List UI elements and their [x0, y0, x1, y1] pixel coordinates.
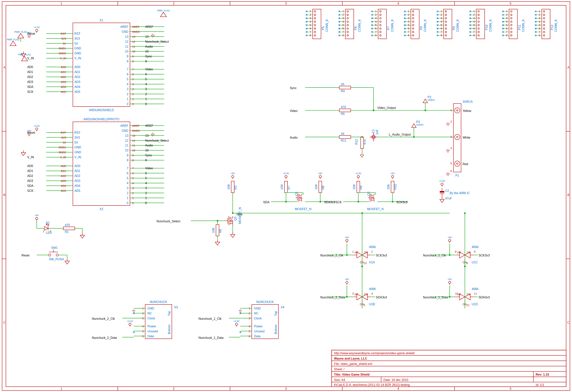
- svg-text:6: 6: [441, 27, 442, 30]
- svg-text:+5V: +5V: [27, 31, 31, 34]
- svg-text:Nunchuck_1_Data: Nunchuck_1_Data: [423, 296, 448, 299]
- svg-text:AREF: AREF: [120, 25, 128, 28]
- tb-size: Size: A4: [334, 378, 345, 381]
- svg-point-399: [347, 28, 348, 29]
- svg-point-604: [511, 21, 512, 22]
- svg-point-599: [511, 17, 512, 19]
- svg-text:9: 9: [474, 250, 476, 253]
- svg-text:5: 5: [506, 23, 508, 27]
- svg-text:5V: 5V: [63, 42, 66, 45]
- svg-text:2: 2: [539, 13, 540, 16]
- svg-point-561: [478, 21, 479, 22]
- svg-text:MOSFET_N: MOSFET_N: [295, 207, 311, 211]
- svg-text:4: 4: [441, 20, 442, 23]
- pwrflag-2: PWR_FLAG: [7, 38, 19, 46]
- svg-text:R8: R8: [321, 186, 325, 190]
- reset-sw: Reset SW1SW_PUSH: [22, 246, 70, 264]
- svg-text:2: 2: [127, 191, 128, 195]
- svg-text:P8: P8: [420, 26, 423, 30]
- svg-text:6: 6: [249, 335, 250, 338]
- svg-text:AD1: AD1: [61, 170, 66, 172]
- svg-text:AD2: AD2: [27, 174, 33, 177]
- svg-text:R12: R12: [355, 139, 358, 144]
- svg-text:Unused: Unused: [147, 330, 158, 333]
- svg-text:8: 8: [506, 34, 508, 37]
- svg-text:SCK: SCK: [27, 90, 33, 94]
- svg-text:R4: R4: [341, 89, 345, 93]
- svg-text:5: 5: [510, 2, 511, 5]
- svg-text:1: 1: [506, 10, 508, 13]
- svg-text:5: 5: [342, 23, 344, 27]
- svg-rect-329: [313, 9, 321, 39]
- svg-text:+5V: +5V: [231, 172, 235, 175]
- svg-text:AD3: AD3: [27, 179, 33, 182]
- svg-text:6: 6: [506, 27, 508, 30]
- svg-point-475: [413, 21, 414, 22]
- conn8-P9: 12345678P9CONN_8: [437, 9, 460, 39]
- svg-point-694: [361, 136, 363, 138]
- svg-text:P6: P6: [354, 26, 357, 30]
- svg-text:Audio: Audio: [290, 136, 298, 139]
- svg-text:5: 5: [127, 176, 128, 180]
- svg-point-480: [413, 24, 414, 26]
- svg-text:R6: R6: [219, 229, 222, 233]
- svg-text:3: 3: [145, 187, 147, 190]
- svg-text:R9: R9: [359, 186, 363, 190]
- svg-text:RST: RST: [61, 32, 66, 35]
- svg-text:AD5: AD5: [61, 90, 66, 94]
- svg-point-589: [511, 11, 512, 12]
- svg-point-470: [413, 17, 414, 19]
- gnd-2: [21, 150, 26, 156]
- svg-text:9: 9: [127, 154, 128, 157]
- pwrflag-aref: PWR_FLAG: [157, 9, 170, 17]
- svg-text:+5V: +5V: [448, 236, 452, 239]
- svg-text:4066: 4066: [472, 245, 478, 249]
- svg-text:4: 4: [145, 82, 147, 86]
- svg-text:2: 2: [310, 13, 311, 16]
- nunchuck-X3: NUNCHUCKX31GND2NC3Clock4Power5Unused6Dat…: [92, 300, 178, 340]
- svg-text:C1: C1: [372, 129, 375, 133]
- tb-rev: Rev: 1.15: [536, 373, 549, 376]
- svg-text:SW_PUSH: SW_PUSH: [49, 258, 64, 261]
- svg-point-336: [314, 14, 316, 16]
- svg-text:470: 470: [65, 223, 70, 227]
- tb-gen: KiCad E.D.A. eeschema (2011-02-14 BZR 28…: [334, 383, 410, 387]
- svg-text:AD0: AD0: [27, 164, 33, 168]
- svg-text:4: 4: [249, 325, 250, 328]
- svg-point-657: [543, 28, 545, 29]
- svg-text:AREF: AREF: [145, 25, 153, 28]
- vcc-3v3: +3.3V: [34, 26, 40, 33]
- conn8-P8: 12345678P8CONN_8: [404, 9, 427, 39]
- svg-text:9: 9: [127, 55, 128, 58]
- svg-text:Sync: Sync: [290, 86, 297, 90]
- svg-point-667: [543, 35, 545, 36]
- svg-point-513: [445, 17, 446, 19]
- svg-text:V_IN: V_IN: [74, 57, 81, 60]
- svg-text:AD5: AD5: [74, 189, 80, 192]
- svg-text:1: 1: [145, 196, 147, 200]
- svg-text:Video: Video: [145, 68, 153, 71]
- svg-text:AD5: AD5: [61, 189, 66, 192]
- svg-text:5V: 5V: [74, 141, 78, 144]
- svg-text:Video_Output: Video_Output: [377, 106, 396, 110]
- svg-text:PWR_FLAG: PWR_FLAG: [157, 9, 170, 12]
- svg-text:Nunchuck_1_Clk: Nunchuck_1_Clk: [423, 254, 446, 257]
- svg-text:6: 6: [466, 262, 468, 265]
- svg-text:Nunchuck_Select: Nunchuck_Select: [157, 220, 180, 223]
- svg-text:Top: Top: [274, 311, 277, 316]
- svg-text:CONN_8: CONN_8: [522, 20, 525, 32]
- svg-text:+5V: +5V: [318, 172, 322, 175]
- svg-text:R1: R1: [65, 230, 69, 234]
- svg-point-780: [217, 220, 218, 221]
- svg-text:O/I: O/I: [467, 293, 470, 296]
- svg-text:X3: X3: [174, 306, 178, 309]
- svg-text:4: 4: [127, 182, 128, 185]
- svg-text:GND: GND: [74, 47, 81, 50]
- svg-text:9: 9: [132, 55, 134, 58]
- svg-text:V_IN: V_IN: [74, 156, 81, 159]
- svg-text:4: 4: [506, 20, 508, 23]
- svg-text:5: 5: [132, 177, 134, 180]
- svg-text:1: 1: [310, 10, 311, 13]
- svg-text:V_IN: V_IN: [60, 156, 66, 159]
- svg-text:B: B: [3, 193, 5, 197]
